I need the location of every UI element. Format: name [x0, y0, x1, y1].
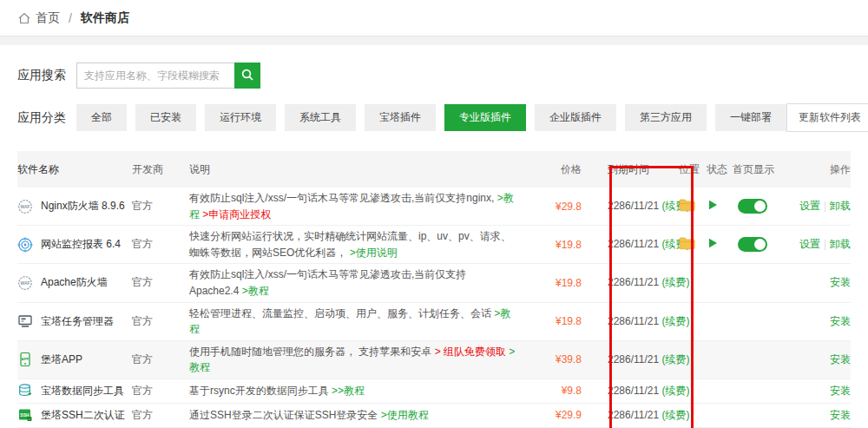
settings-link[interactable]: 设置 [799, 238, 820, 250]
settings-link[interactable]: 设置 [799, 200, 820, 212]
description-text: 通过SSH登录二次认证保证SSH登录安全 [189, 409, 381, 421]
price: ¥19.8 [523, 315, 582, 327]
svg-text:APP: APP [21, 358, 29, 362]
app-phone-icon: APP [17, 352, 33, 367]
table-row: SSH✓堡塔SSH二次认证官方通过SSH登录二次认证保证SSH登录安全 >使用教… [17, 404, 851, 428]
task-monitor-icon [17, 313, 33, 329]
search-group [76, 63, 260, 89]
install-link[interactable]: 安装 [830, 276, 851, 288]
app-name: Nginx防火墙 8.9.6 [41, 199, 125, 214]
monitor-target-icon [17, 237, 33, 253]
app-name: Apache防火墙 [41, 275, 108, 290]
search-section: 应用搜索 [17, 63, 851, 89]
top-bar: 首页 / 软件商店 [0, 0, 868, 36]
search-icon [240, 68, 254, 84]
app-name: 网站监控报表 6.4 [41, 237, 121, 252]
tutorial-link[interactable]: >使用说明 [350, 247, 398, 259]
play-icon[interactable] [707, 199, 719, 214]
svg-text:✓: ✓ [29, 418, 31, 421]
category-tab-4[interactable]: 系统工具 [285, 104, 356, 131]
breadcrumb-separator: / [69, 11, 72, 25]
search-button[interactable] [234, 63, 260, 89]
category-tab-8[interactable]: 第三方应用 [625, 104, 707, 131]
description-text: 基于rsync开发的数据同步工具 [189, 385, 332, 397]
install-link[interactable]: 安装 [830, 315, 851, 327]
developer: 官方 [132, 314, 189, 329]
expire-date: 2286/11/21 [608, 315, 659, 327]
divider-strip [0, 36, 868, 45]
tutorial-link[interactable]: >教程 [242, 285, 269, 297]
description-text: 使用手机随时随地管理您的服务器， 支持苹果和安卓 [189, 346, 435, 358]
category-tab-2[interactable]: 已安装 [135, 104, 196, 131]
update-software-list-button[interactable]: 更新软件列表 [786, 103, 868, 132]
svg-text:WAF: WAF [20, 204, 30, 209]
category-section: 应用分类 全部已安装运行环境系统工具宝塔插件专业版插件企业版插件第三方应用一键部… [17, 103, 851, 132]
play-icon[interactable] [707, 237, 719, 252]
homepage-toggle[interactable] [738, 237, 767, 252]
software-table: 软件名称开发商说明价格到期时间位置状态首页显示操作 WAFNginx防火墙 8.… [17, 151, 851, 428]
table-row: APP堡塔APP官方使用手机随时随地管理您的服务器， 支持苹果和安卓 > 组队免… [17, 341, 851, 379]
renew-link[interactable]: (续费) [659, 315, 689, 327]
app-name: 堡塔APP [41, 352, 82, 367]
home-icon [17, 11, 31, 25]
table-row: 宝塔任务管理器官方轻松管理进程、流量监控、启动项、用户、服务、计划任务、会话 >… [17, 303, 851, 341]
price: ¥19.8 [523, 239, 582, 251]
table-row: 宝塔数据同步工具官方基于rsync开发的数据同步工具 >>教程¥9.82286/… [17, 379, 851, 404]
description: 使用手机随时随地管理您的服务器， 支持苹果和安卓 > 组队免费领取 > 教程 [189, 344, 523, 376]
column-header-4: 价格 [523, 162, 582, 177]
developer: 官方 [132, 275, 189, 290]
category-buttons: 全部已安装运行环境系统工具宝塔插件专业版插件企业版插件第三方应用一键部署 [76, 104, 786, 131]
waf-badge-icon: WAF [17, 199, 33, 214]
expire-date: 2286/11/21 [608, 409, 659, 421]
renew-link[interactable]: (续费) [659, 409, 689, 421]
promo-link[interactable]: > 组队免费领取 [435, 346, 506, 358]
column-header-3: 说明 [189, 161, 523, 178]
description-text: 轻松管理进程、流量监控、启动项、用户、服务、计划任务、会话 [189, 307, 494, 319]
developer: 官方 [132, 199, 189, 214]
uninstall-link[interactable]: 卸载 [830, 238, 851, 250]
homepage-toggle[interactable] [738, 199, 767, 214]
table-row: WAFApache防火墙官方有效防止sql注入/xss/一句话木马等常见渗透攻击… [17, 264, 851, 302]
category-tab-1[interactable]: 全部 [76, 104, 127, 131]
description: 快速分析网站运行状况，实时精确统计网站流量、ip、uv、pv、请求、蜘蛛等数据，… [189, 228, 523, 260]
price: ¥19.8 [523, 277, 582, 289]
price: ¥29.8 [523, 201, 582, 213]
expire-date: 2286/11/21 [608, 200, 659, 212]
category-tab-6[interactable]: 专业版插件 [444, 104, 526, 131]
category-tab-9[interactable]: 一键部署 [715, 104, 786, 131]
breadcrumb-home[interactable]: 首页 [36, 10, 60, 26]
price: ¥29.9 [523, 409, 582, 421]
description: 有效防止sql注入/xss/一句话木马等常见渗透攻击,当前仅支持nginx, >… [189, 190, 523, 222]
renew-link[interactable]: (续费) [659, 385, 689, 397]
page-title: 软件商店 [81, 10, 129, 26]
price: ¥39.8 [523, 353, 582, 365]
description: 通过SSH登录二次认证保证SSH登录安全 >使用教程 [189, 407, 523, 424]
table-header-row: 软件名称开发商说明价格到期时间位置状态首页显示操作 [17, 151, 851, 188]
category-tab-7[interactable]: 企业版插件 [535, 104, 616, 131]
install-link[interactable]: 安装 [830, 385, 851, 397]
promo-link[interactable]: >申请商业授权 [202, 208, 271, 221]
expire-date: 2286/11/21 [608, 385, 659, 397]
folder-icon[interactable] [679, 199, 695, 214]
search-input[interactable] [76, 63, 234, 89]
svg-text:SSH: SSH [20, 412, 30, 418]
renew-link[interactable]: (续费) [659, 353, 689, 365]
ops-separator: | [824, 238, 826, 250]
developer: 官方 [132, 352, 189, 367]
column-header-2: 开发商 [132, 162, 189, 177]
app-name: 宝塔数据同步工具 [41, 384, 124, 398]
developer: 官方 [132, 237, 189, 252]
category-tab-5[interactable]: 宝塔插件 [365, 104, 436, 131]
category-tab-3[interactable]: 运行环境 [205, 104, 276, 131]
install-link[interactable]: 安装 [830, 409, 851, 421]
description: 轻松管理进程、流量监控、启动项、用户、服务、计划任务、会话 >教程 [189, 306, 523, 338]
developer: 官方 [132, 408, 189, 423]
description: 有效防止sql注入/xss/一句话木马等常见渗透攻击,当前仅支持Apache2.… [189, 267, 523, 299]
tutorial-link[interactable]: >使用教程 [381, 409, 429, 421]
install-link[interactable]: 安装 [830, 353, 851, 365]
folder-icon[interactable] [679, 237, 695, 253]
renew-link[interactable]: (续费) [659, 276, 689, 288]
expire-date: 2286/11/21 [608, 353, 659, 365]
uninstall-link[interactable]: 卸载 [830, 200, 851, 212]
tutorial-link[interactable]: >>教程 [332, 385, 365, 397]
